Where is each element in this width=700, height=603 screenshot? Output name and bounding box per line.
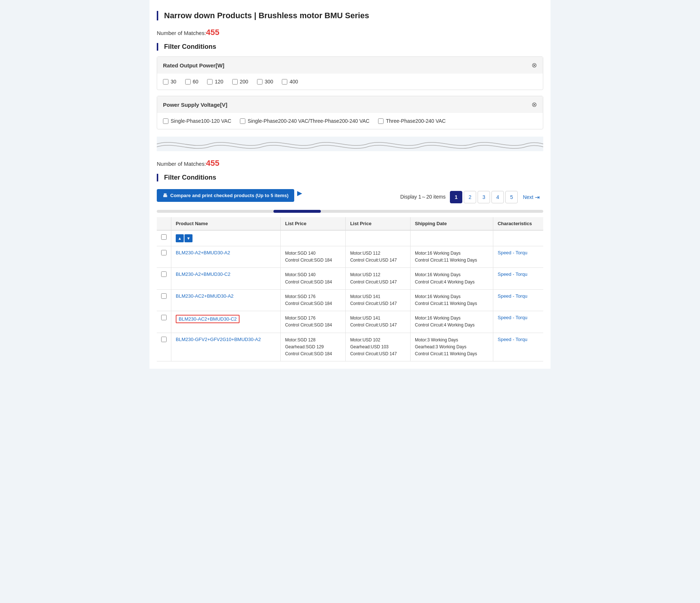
price-sgd-gear-r5: Gearhead:SGD 129 <box>285 344 341 351</box>
label-120w: 120 <box>215 79 223 85</box>
td-checkbox-r1 <box>157 246 171 268</box>
matches-count-bottom: 455 <box>206 158 219 168</box>
filter-option-60w[interactable]: 60 <box>185 79 199 85</box>
product-link-r3[interactable]: BLM230-AC2+BMUD30-A2 <box>176 293 234 299</box>
table-row: BLM230-GFV2+GFV2G10+BMUD30-A2 Motor:SGD … <box>157 333 543 361</box>
td-char-r1: Speed - Torqu <box>493 246 543 268</box>
page-btn-5[interactable]: 5 <box>505 191 518 203</box>
filter-option-300w[interactable]: 300 <box>257 79 273 85</box>
product-table: Product Name List Price List Price Shipp… <box>157 217 543 361</box>
checkbox-300w[interactable] <box>257 79 262 85</box>
checkbox-r5[interactable] <box>161 337 167 342</box>
bottom-section: Number of Matches:455 Filter Conditions … <box>157 158 543 361</box>
next-button[interactable]: Next ⇥ <box>519 192 543 203</box>
char-link-r1[interactable]: Speed - Torqu <box>498 250 527 255</box>
horizontal-scrollbar[interactable] <box>157 210 543 213</box>
th-product-name: Product Name <box>171 217 281 230</box>
matches-top: Number of Matches:455 <box>157 28 543 37</box>
table-row-highlighted: BLM230-AC2+BMUD30-C2 Motor:SGD 176 Contr… <box>157 311 543 333</box>
checkbox-r1[interactable] <box>161 250 167 255</box>
product-link-r1[interactable]: BLM230-A2+BMUD30-A2 <box>176 250 230 255</box>
scrollbar-thumb[interactable] <box>273 210 321 213</box>
next-label: Next <box>523 194 533 200</box>
filter-power-supply-header: Power Supply Voltage[V] ⊗ <box>157 96 543 113</box>
shipping-control-r5: Control Circuit:11 Working Days <box>415 351 489 357</box>
filter-option-single-100-120[interactable]: Single-Phase100-120 VAC <box>163 118 231 124</box>
td-checkbox-r4 <box>157 311 171 333</box>
td-checkbox-r3 <box>157 289 171 311</box>
page-btn-3[interactable]: 3 <box>478 191 490 203</box>
filter-option-three-200-240[interactable]: Three-Phase200-240 VAC <box>378 118 446 124</box>
th-list-price-usd: List Price <box>346 217 411 230</box>
filter-conditions-title-bottom: Filter Conditions <box>164 174 543 181</box>
table-row: BLM230-A2+BMUD30-A2 Motor:SGD 140 Contro… <box>157 246 543 268</box>
td-sort-price-usd <box>346 230 411 246</box>
td-char-r5: Speed - Torqu <box>493 333 543 361</box>
matches-label-top: Number of Matches: <box>157 30 206 36</box>
product-link-r4-highlighted[interactable]: BLM230-AC2+BMUD30-C2 <box>176 315 240 323</box>
filter-option-30w[interactable]: 30 <box>163 79 176 85</box>
filter-rated-output-body: 30 60 120 200 300 400 <box>157 74 543 90</box>
char-link-r3[interactable]: Speed - Torqu <box>498 293 527 299</box>
shipping-motor-r2: Motor:16 Working Days <box>415 271 489 278</box>
checkbox-200w[interactable] <box>232 79 238 85</box>
checkbox-sort-row[interactable] <box>161 234 167 240</box>
td-shipping-r3: Motor:16 Working Days Control Circuit:11… <box>411 289 493 311</box>
shipping-motor-r5: Motor:3 Working Days <box>415 337 489 344</box>
filter-option-single-200-240-three[interactable]: Single-Phase200-240 VAC/Three-Phase200-2… <box>240 118 369 124</box>
checkbox-400w[interactable] <box>282 79 287 85</box>
char-link-r4[interactable]: Speed - Torqu <box>498 315 527 320</box>
td-sort-char <box>493 230 543 246</box>
sort-desc-button[interactable]: ▼ <box>184 234 192 242</box>
td-checkbox-r2 <box>157 268 171 289</box>
checkbox-r4[interactable] <box>161 315 167 320</box>
filter-power-supply-options: Single-Phase100-120 VAC Single-Phase200-… <box>163 118 537 124</box>
checkbox-60w[interactable] <box>185 79 191 85</box>
label-400w: 400 <box>289 79 298 85</box>
shipping-motor-r1: Motor:16 Working Days <box>415 250 489 257</box>
th-shipping-date: Shipping Date <box>411 217 493 230</box>
price-usd-motor-r3: Motor:USD 141 <box>350 293 406 300</box>
compare-expand-icon[interactable]: ▶ <box>297 189 302 197</box>
td-char-r4: Speed - Torqu <box>493 311 543 333</box>
matches-label-bottom: Number of Matches: <box>157 161 206 167</box>
checkbox-single-200-240-three[interactable] <box>240 118 245 124</box>
checkbox-single-100-120[interactable] <box>163 118 168 124</box>
table-header-row: Product Name List Price List Price Shipp… <box>157 217 543 230</box>
char-link-r2[interactable]: Speed - Torqu <box>498 271 527 277</box>
pagination-bar: Display 1～20 items 1 2 3 4 5 Next ⇥ <box>400 187 543 207</box>
checkbox-r3[interactable] <box>161 293 167 299</box>
td-price-usd-r1: Motor:USD 112 Control Circuit:USD 147 <box>346 246 411 268</box>
filter-rated-output-title: Rated Output Power[W] <box>163 62 224 68</box>
price-usd-motor-r4: Motor:USD 141 <box>350 315 406 322</box>
checkbox-r2[interactable] <box>161 271 167 277</box>
filter-option-120w[interactable]: 120 <box>207 79 223 85</box>
checkbox-three-200-240[interactable] <box>378 118 384 124</box>
page-btn-4[interactable]: 4 <box>491 191 504 203</box>
td-shipping-r5: Motor:3 Working Days Gearhead:3 Working … <box>411 333 493 361</box>
filter-rated-output-collapse-icon[interactable]: ⊗ <box>532 61 537 69</box>
td-checkbox-r5 <box>157 333 171 361</box>
compare-print-button[interactable]: 🖶 Compare and print checked products (Up… <box>157 189 294 202</box>
product-link-r2[interactable]: BLM230-A2+BMUD30-C2 <box>176 271 230 277</box>
next-arrow-icon: ⇥ <box>535 194 540 201</box>
filter-option-200w[interactable]: 200 <box>232 79 248 85</box>
page-btn-1[interactable]: 1 <box>450 191 462 203</box>
sort-asc-button[interactable]: ▲ <box>176 234 184 242</box>
price-sgd-control-r1: Control Circuit:SGD 184 <box>285 257 341 264</box>
td-shipping-r4: Motor:16 Working Days Control Circuit:4 … <box>411 311 493 333</box>
price-sgd-control-r2: Control Circuit:SGD 184 <box>285 279 341 286</box>
char-link-r5[interactable]: Speed - Torqu <box>498 337 527 342</box>
checkbox-30w[interactable] <box>163 79 168 85</box>
filter-power-supply-collapse-icon[interactable]: ⊗ <box>532 101 537 109</box>
filter-conditions-header-bottom: Filter Conditions <box>157 174 543 181</box>
pagination-controls: 1 2 3 4 5 Next ⇥ <box>450 191 543 203</box>
page-btn-2[interactable]: 2 <box>464 191 476 203</box>
filter-option-400w[interactable]: 400 <box>282 79 298 85</box>
checkbox-120w[interactable] <box>207 79 213 85</box>
matches-bottom: Number of Matches:455 <box>157 158 543 168</box>
label-single-200-240-three: Single-Phase200-240 VAC/Three-Phase200-2… <box>248 118 369 124</box>
compare-area: 🖶 Compare and print checked products (Up… <box>157 189 302 202</box>
product-link-r5[interactable]: BLM230-GFV2+GFV2G10+BMUD30-A2 <box>176 337 261 342</box>
price-usd-gear-r5: Gearhead:USD 103 <box>350 344 406 351</box>
